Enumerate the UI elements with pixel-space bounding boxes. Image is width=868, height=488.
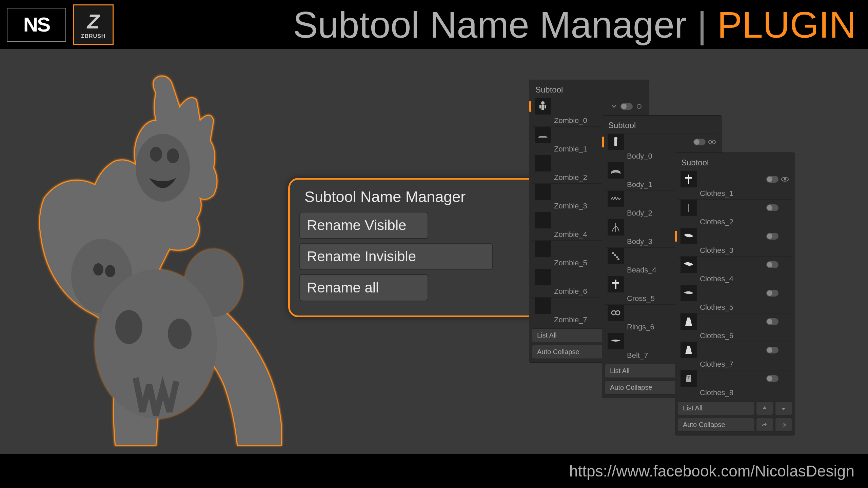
main-area: Subtool Name Manager Rename Visible Rena… [0,49,868,454]
title-main: Subtool Name Manager [293,4,687,45]
title-plugin: PLUGIN [717,4,856,45]
subtool-thumb-icon [608,191,624,207]
visibility-toggle[interactable] [766,375,778,382]
eye-icon[interactable] [781,261,789,268]
subtool-row[interactable] [678,256,792,272]
subtool-thumb-icon [608,276,624,292]
svg-point-25 [612,311,616,315]
svg-rect-23 [615,280,616,289]
subtool-label: Clothes_3 [678,244,792,256]
svg-point-10 [541,101,545,105]
visibility-toggle[interactable] [766,204,778,211]
list-all-button[interactable]: List All [532,328,608,342]
subtool-thumb-icon [535,298,551,314]
visibility-toggle[interactable] [766,290,778,297]
subtool-row[interactable] [678,171,792,187]
subtool-thumb-icon [535,212,551,228]
visibility-toggle[interactable] [766,233,778,240]
polypaint-icon[interactable] [635,103,643,110]
svg-point-20 [614,254,616,256]
visibility-toggle[interactable] [766,318,778,325]
svg-point-21 [616,256,618,258]
svg-point-8 [115,310,142,344]
subtool-row[interactable] [678,313,792,329]
subtool-thumb-icon [535,127,551,143]
eye-icon[interactable] [781,289,789,297]
eye-icon[interactable] [781,318,789,325]
subtool-label: Clothes_2 [678,216,792,228]
list-all-button[interactable]: List All [678,401,754,415]
svg-point-14 [637,104,641,108]
svg-point-26 [616,311,620,315]
subtool-thumb-icon [680,171,697,187]
subtool-thumb-icon [680,342,697,358]
panel-header: Subtool [605,119,719,134]
subtool-thumb-icon [680,285,697,301]
subtool-label: Clothes_5 [678,301,792,313]
auto-collapse-button[interactable]: Auto Collapse [678,418,754,432]
subtool-row[interactable] [678,370,792,386]
visibility-toggle[interactable] [693,139,706,145]
page-footer: https://www.facebook.com/NicolasDesign [0,454,868,488]
zbrush-label: ZBRUSH [81,33,106,39]
subtool-thumb-icon [680,200,697,216]
subtool-thumb-icon [680,313,697,330]
svg-rect-13 [545,105,546,108]
svg-point-6 [105,265,115,277]
list-all-button[interactable]: List All [605,364,681,378]
svg-rect-11 [541,105,544,110]
subtool-label: Clothes_6 [678,329,792,342]
eye-icon[interactable] [708,138,716,146]
subtool-thumb-icon [608,134,624,150]
eye-icon[interactable] [781,176,789,183]
subtool-row[interactable] [678,228,792,244]
eye-icon[interactable] [781,232,789,240]
subtool-label: Clothes_8 [678,386,792,399]
eye-icon[interactable] [781,346,789,354]
header-bar: NS Z ZBRUSH Subtool Name Manager | PLUGI… [0,0,868,49]
visibility-toggle[interactable] [766,176,778,183]
subtool-thumb-icon [680,257,697,273]
plugin-dialog: Subtool Name Manager Rename Visible Rena… [288,178,565,317]
subtool-row[interactable] [532,98,646,114]
svg-rect-12 [539,105,541,108]
subtool-thumb-icon [608,248,624,264]
creature-model-icon [34,73,288,446]
svg-point-7 [95,269,217,419]
arrow-up-icon[interactable] [756,401,773,415]
subtool-row[interactable] [605,134,719,150]
chevron-down-icon[interactable] [610,103,618,110]
eye-icon[interactable] [781,375,789,382]
rename-all-button[interactable]: Rename all [299,274,428,301]
forward-icon[interactable] [775,418,792,432]
ns-logo: NS [7,8,66,42]
subtool-label: Clothes_7 [678,358,792,370]
rename-invisible-button[interactable]: Rename Invisible [299,243,493,270]
eye-icon[interactable] [781,204,789,211]
subtool-row[interactable] [678,285,792,301]
plugin-title: Subtool Name Manager [299,188,553,206]
visibility-toggle[interactable] [766,261,778,268]
svg-point-15 [614,137,617,140]
redo-icon[interactable] [756,418,773,432]
model-viewport [0,56,322,454]
svg-rect-24 [612,282,619,284]
subtool-label: Clothes_4 [678,272,792,285]
auto-collapse-button[interactable]: Auto Collapse [532,345,608,359]
svg-point-22 [617,258,619,260]
visibility-toggle[interactable] [620,103,633,110]
arrow-down-icon[interactable] [775,401,792,415]
title-divider: | [687,4,717,45]
subtool-thumb-icon [608,333,624,349]
subtool-thumb-icon [535,241,551,257]
rename-visible-button[interactable]: Rename Visible [299,212,428,239]
subtool-panel-3: Subtool Clothes_1 Clothes_2 Clothes_3 Cl… [675,152,795,435]
auto-collapse-button[interactable]: Auto Collapse [605,381,681,394]
subtool-row[interactable] [678,342,792,358]
visibility-toggle[interactable] [766,347,778,353]
subtool-row[interactable] [678,199,792,216]
subtool-thumb-icon [535,155,551,171]
subtool-thumb-icon [608,219,624,236]
panel-header: Subtool [678,156,792,171]
subtool-label: Clothes_1 [678,187,792,199]
